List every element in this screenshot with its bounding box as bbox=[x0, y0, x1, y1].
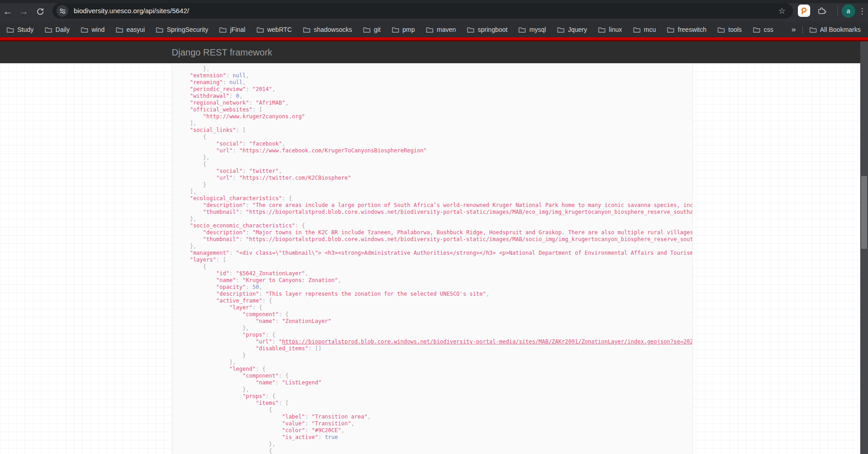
json-string-token: "color" bbox=[282, 427, 305, 434]
forward-button[interactable]: → bbox=[16, 4, 31, 19]
bookmark-item[interactable]: tools bbox=[717, 26, 742, 33]
json-string-token: "component" bbox=[243, 311, 279, 318]
bookmark-item[interactable]: SpringSecurity bbox=[156, 26, 208, 33]
json-string-token: "extension" bbox=[190, 72, 226, 79]
all-bookmarks-button[interactable]: All Bookmarks bbox=[809, 26, 861, 33]
json-string-token: "name" bbox=[216, 277, 236, 283]
bookmark-item[interactable]: Jquery bbox=[557, 26, 587, 33]
reload-button[interactable] bbox=[33, 4, 47, 19]
geojson-url-link[interactable]: https://bioportalstprod.blob.core.window… bbox=[282, 338, 693, 345]
json-punctuation-token: : bbox=[223, 79, 229, 86]
drf-navbar: Django REST framework bbox=[0, 41, 868, 63]
json-punctuation-token bbox=[177, 345, 255, 352]
extensions-button[interactable] bbox=[816, 5, 829, 17]
bookmark-item[interactable]: mcu bbox=[633, 26, 656, 33]
json-punctuation-token bbox=[177, 195, 190, 202]
bookmark-item[interactable]: mysql bbox=[518, 26, 546, 33]
json-punctuation-token: : bbox=[246, 202, 252, 208]
json-punctuation-token: : bbox=[239, 236, 245, 242]
scrollbar-thumb[interactable] bbox=[861, 176, 867, 249]
json-punctuation-token: : bbox=[318, 434, 325, 440]
json-punctuation-token: { bbox=[177, 407, 272, 413]
code-line: "name": "Kruger to Canyons: Zonation", bbox=[177, 277, 693, 284]
json-punctuation-token bbox=[177, 284, 216, 290]
json-constant-token: true bbox=[325, 434, 338, 440]
bookmark-item[interactable]: Daily bbox=[45, 26, 70, 33]
json-punctuation-token: , bbox=[259, 284, 262, 290]
bookmark-item[interactable]: linux bbox=[598, 26, 622, 33]
json-punctuation-token: : bbox=[246, 229, 252, 236]
json-string-token: "props" bbox=[243, 332, 266, 338]
json-punctuation-token: : bbox=[305, 420, 311, 427]
json-punctuation-token bbox=[177, 379, 255, 386]
folder-icon bbox=[6, 26, 14, 33]
code-line: "layers": [ bbox=[177, 257, 693, 263]
json-punctuation-token: : { bbox=[279, 311, 289, 318]
bookmark-item[interactable]: freeswitch bbox=[667, 26, 706, 33]
json-punctuation-token bbox=[177, 168, 216, 174]
bookmark-item[interactable]: shadowsocks bbox=[303, 26, 352, 33]
bookmarks-separator bbox=[802, 25, 803, 34]
json-punctuation-token: : { bbox=[282, 195, 292, 202]
json-string-token: "ListLegend" bbox=[282, 379, 322, 386]
json-punctuation-token: : bbox=[276, 318, 282, 324]
json-constant-token: null bbox=[230, 79, 243, 86]
bookmark-item[interactable]: css bbox=[753, 26, 773, 33]
folder-icon bbox=[256, 26, 264, 33]
json-punctuation-token bbox=[177, 79, 190, 86]
bookmark-item[interactable]: easyui bbox=[116, 26, 145, 33]
back-arrow-icon: ← bbox=[3, 6, 13, 17]
code-line: "url": "https://www.facebook.com/KrugerT… bbox=[177, 147, 693, 154]
code-line: { bbox=[177, 407, 693, 414]
pin-extension-icon bbox=[800, 6, 808, 15]
json-string-token: "value" bbox=[282, 420, 305, 427]
page-scrollbar[interactable] bbox=[860, 41, 868, 454]
browser-menu-button[interactable]: ⋮ bbox=[857, 5, 867, 17]
back-button[interactable]: ← bbox=[0, 4, 15, 19]
navbar-brand[interactable]: Django REST framework bbox=[172, 41, 272, 63]
bookmark-item[interactable]: jFinal bbox=[219, 26, 245, 33]
code-line: "thumbnail": "https://bioportalstprod.bl… bbox=[177, 209, 693, 216]
code-line: { bbox=[177, 448, 693, 454]
bookmarks-overflow-button[interactable]: » bbox=[791, 25, 796, 34]
json-punctuation-token: }, bbox=[177, 154, 209, 161]
bookmark-star-button[interactable]: ☆ bbox=[776, 5, 788, 17]
bookmark-label: wind bbox=[92, 26, 105, 33]
json-string-token: "facebook" bbox=[249, 141, 282, 147]
reload-icon bbox=[36, 7, 45, 16]
address-bar[interactable]: biodiversity.unesco.org/api/sites/5642/ … bbox=[52, 3, 793, 19]
browser-window: ← → bbox=[0, 0, 868, 454]
json-punctuation-token: , bbox=[285, 100, 288, 106]
json-string-token: "social" bbox=[216, 141, 243, 147]
window-frame-strip bbox=[0, 0, 868, 3]
json-string-token: "description" bbox=[216, 291, 259, 297]
bookmark-item[interactable]: springboot bbox=[467, 26, 507, 33]
bookmark-item[interactable]: maven bbox=[426, 26, 456, 33]
json-punctuation-token: , bbox=[341, 427, 344, 434]
site-info-button[interactable] bbox=[56, 5, 68, 17]
code-line: "disabled_items": [] bbox=[177, 345, 693, 352]
code-line: { bbox=[177, 134, 693, 141]
bookmark-item[interactable]: Study bbox=[6, 26, 34, 33]
code-line: "socio_economic_characteristics": { bbox=[177, 222, 693, 229]
url-field[interactable]: biodiversity.unesco.org/api/sites/5642/ bbox=[74, 3, 189, 19]
profile-avatar[interactable]: a bbox=[842, 4, 855, 18]
code-line: "is_active": true bbox=[177, 434, 693, 441]
folder-icon bbox=[557, 26, 565, 33]
code-line: ], bbox=[177, 120, 693, 127]
bookmark-item[interactable]: pmp bbox=[392, 26, 415, 33]
folder-icon bbox=[219, 26, 227, 33]
bookmark-item[interactable]: wind bbox=[81, 26, 105, 33]
json-punctuation-token: : [ bbox=[236, 127, 246, 133]
json-string-token: "regional_network" bbox=[190, 100, 249, 106]
json-punctuation-token bbox=[177, 100, 190, 106]
json-string-token: "items" bbox=[255, 400, 279, 406]
json-punctuation-token bbox=[177, 222, 190, 229]
code-line: { bbox=[177, 263, 693, 270]
bookmark-item[interactable]: git bbox=[363, 26, 381, 33]
star-icon: ☆ bbox=[778, 6, 786, 16]
pinned-extension-button[interactable] bbox=[798, 5, 810, 17]
json-string-token: "management" bbox=[190, 250, 230, 256]
bookmark-item[interactable]: webRTC bbox=[256, 26, 292, 33]
json-punctuation-token: , bbox=[368, 414, 371, 420]
